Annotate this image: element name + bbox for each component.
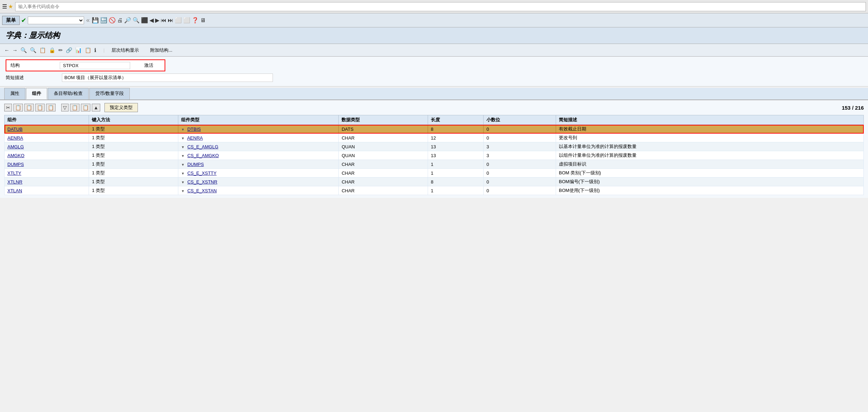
predefined-type-button[interactable]: 预定义类型 xyxy=(104,103,138,112)
dropdown-arrow-icon[interactable]: ▼ xyxy=(181,189,185,193)
additional-structure-label[interactable]: 附加结构... xyxy=(150,47,172,53)
cell-component-link[interactable]: XTLAN xyxy=(7,188,22,193)
cell-component-link[interactable]: AMGKO xyxy=(7,153,24,158)
nav-icon2[interactable]: ▶ xyxy=(155,17,159,24)
confirm-icon[interactable]: ✔ xyxy=(21,17,26,24)
table-row[interactable]: AMGLG1 类型▼ CS_E_AMGLGQUAN133以基本计量单位为准的计算… xyxy=(5,142,864,151)
info-icon[interactable]: ℹ xyxy=(94,47,96,53)
cell-component-link[interactable]: DATUB xyxy=(7,127,23,132)
cell-comp-type[interactable]: ▼ CS_E_XSTTY xyxy=(178,169,339,178)
monitor-icon[interactable]: 🖥 xyxy=(200,17,206,24)
table-row[interactable]: DATUB1 类型▼ DTBISDATS80有效截止日期 xyxy=(5,125,864,134)
cell-component-link[interactable]: XTLNR xyxy=(7,179,23,185)
cell-comp-type[interactable]: ▼ DTBIS xyxy=(178,125,339,134)
last-icon[interactable]: ⏭ xyxy=(168,17,173,24)
dropdown-arrow-icon[interactable]: ▼ xyxy=(181,136,185,140)
tab-item-help[interactable]: 条目帮助/检查 xyxy=(48,88,89,99)
cell-comp-type-link[interactable]: DTBIS xyxy=(187,127,201,132)
find2-icon[interactable]: 🔍 xyxy=(133,17,140,24)
cell-data-type: CHAR xyxy=(339,134,428,142)
cell-comp-type[interactable]: ▼ CS_E_AMGKO xyxy=(178,151,339,160)
table-row[interactable]: XTLNR1 类型▼ CS_E_XSTNRCHAR80BOM编号(下一级别) xyxy=(5,178,864,186)
cell-component-link[interactable]: AENRA xyxy=(7,135,23,141)
sort-icon[interactable]: ▲ xyxy=(92,104,100,111)
filter-icon[interactable]: ▽ xyxy=(61,104,69,111)
cell-comp-type-link[interactable]: CS_E_AMGLG xyxy=(187,144,218,149)
cut-icon[interactable]: ✂ xyxy=(4,104,12,111)
dropdown-arrow-icon[interactable]: ▼ xyxy=(181,145,185,149)
cell-component[interactable]: DATUB xyxy=(5,125,89,134)
edit-icon[interactable]: ✏ xyxy=(58,47,63,53)
table-row[interactable]: AMGKO1 类型▼ CS_E_AMGKOQUAN133以组件计量单位为准的计算… xyxy=(5,151,864,160)
table-row[interactable]: XTLAN1 类型▼ CS_E_XSTANCHAR10BOM使用(下一级别) xyxy=(5,186,864,195)
cell-comp-type[interactable]: ▼ CS_E_XSTNR xyxy=(178,178,339,186)
save-icon[interactable]: 💾 xyxy=(92,17,99,24)
cell-comp-type-link[interactable]: CS_E_XSTAN xyxy=(187,188,217,193)
dropdown-arrow-icon[interactable]: ▼ xyxy=(181,128,185,131)
table-icon[interactable]: 📋 xyxy=(85,47,91,53)
tab-components[interactable]: 组件 xyxy=(26,88,47,99)
cell-comp-type[interactable]: ▼ DUMPS xyxy=(178,160,339,169)
dropdown-arrow-icon[interactable]: ▼ xyxy=(181,172,185,175)
menu-button[interactable]: 菜单 xyxy=(2,16,20,25)
link-icon[interactable]: 🔗 xyxy=(66,47,72,53)
table-row[interactable]: XTLTY1 类型▼ CS_E_XSTTYCHAR10BOM 类别(下一级别) xyxy=(5,169,864,178)
dropdown-arrow-icon[interactable]: ▼ xyxy=(181,180,185,184)
layout-icon2[interactable]: ⬜ xyxy=(183,17,190,24)
favorites-icon[interactable]: ★ xyxy=(8,3,13,10)
dropdown-arrow-icon[interactable]: ▼ xyxy=(181,154,185,158)
cell-component[interactable]: XTLNR xyxy=(5,178,89,186)
search-icon2[interactable]: 🔍 xyxy=(30,47,37,53)
cell-component[interactable]: AMGLG xyxy=(5,142,89,151)
table-settings-icon1[interactable]: 📋 xyxy=(70,104,79,111)
nav-icon1[interactable]: ◀ xyxy=(149,17,154,24)
cell-component[interactable]: XTLTY xyxy=(5,169,89,178)
cell-component[interactable]: XTLAN xyxy=(5,186,89,195)
cell-comp-type-link[interactable]: DUMPS xyxy=(187,162,204,167)
forward-arrow-icon[interactable]: → xyxy=(12,47,18,53)
paste-icon3[interactable]: 📋 xyxy=(46,104,56,111)
cell-component-link[interactable]: AMGLG xyxy=(7,144,24,149)
cell-component-link[interactable]: XTLTY xyxy=(7,170,21,176)
command-input[interactable] xyxy=(15,2,866,11)
table-settings-icon2[interactable]: 📋 xyxy=(81,104,90,111)
cell-comp-type[interactable]: ▼ AENRA xyxy=(178,134,339,142)
cell-data-type: CHAR xyxy=(339,169,428,178)
search-icon1[interactable]: 🔍 xyxy=(20,47,27,53)
hamburger-icon[interactable]: ☰ xyxy=(2,3,7,10)
find-icon[interactable]: 🔎 xyxy=(124,17,131,24)
cell-component[interactable]: AMGKO xyxy=(5,151,89,160)
back-icon[interactable]: 🔙 xyxy=(100,17,107,24)
print-icon[interactable]: 🖨 xyxy=(117,17,123,24)
cell-comp-type-link[interactable]: CS_E_XSTNR xyxy=(187,179,217,185)
hierarchy-label[interactable]: 层次结构显示 xyxy=(111,47,139,53)
dropdown-arrow-icon[interactable]: ▼ xyxy=(181,163,185,167)
cell-comp-type[interactable]: ▼ CS_E_AMGLG xyxy=(178,142,339,151)
paste-icon1[interactable]: 📋 xyxy=(24,104,34,111)
cell-comp-type-link[interactable]: CS_E_XSTTY xyxy=(187,170,217,176)
help-icon[interactable]: ❓ xyxy=(192,17,199,24)
paste-icon2[interactable]: 📋 xyxy=(35,104,45,111)
lock-icon[interactable]: 🔒 xyxy=(49,47,56,53)
back-arrow-icon[interactable]: ← xyxy=(4,47,9,53)
cell-comp-type-link[interactable]: CS_E_AMGKO xyxy=(187,153,219,158)
first-icon[interactable]: ⏮ xyxy=(161,17,166,24)
tab-currency[interactable]: 货币/数量字段 xyxy=(89,88,130,99)
toolbar-dropdown[interactable] xyxy=(28,17,84,24)
tab-attributes[interactable]: 属性 xyxy=(4,88,25,99)
expand-icon[interactable]: ⬛ xyxy=(141,17,148,24)
table-row[interactable]: AENRA1 类型▼ AENRACHAR120更改号到 xyxy=(5,134,864,142)
cell-comp-type[interactable]: ▼ CS_E_XSTAN xyxy=(178,186,339,195)
cell-description: BOM 类别(下一级别) xyxy=(556,169,864,178)
cell-component[interactable]: AENRA xyxy=(5,134,89,142)
cell-length: 1 xyxy=(428,160,484,169)
hierarchy-icon[interactable]: 📊 xyxy=(75,47,82,53)
table-row[interactable]: DUMPS1 类型▼ DUMPSCHAR10虚拟项目标识 xyxy=(5,160,864,169)
copy-icon[interactable]: 📋 xyxy=(39,47,46,53)
cancel-icon[interactable]: 🚫 xyxy=(109,17,116,24)
cell-comp-type-link[interactable]: AENRA xyxy=(187,135,203,141)
layout-icon1[interactable]: ⬜ xyxy=(175,17,182,24)
cell-component-link[interactable]: DUMPS xyxy=(7,162,24,167)
cell-component[interactable]: DUMPS xyxy=(5,160,89,169)
copy-table-icon[interactable]: 📋 xyxy=(13,104,23,111)
